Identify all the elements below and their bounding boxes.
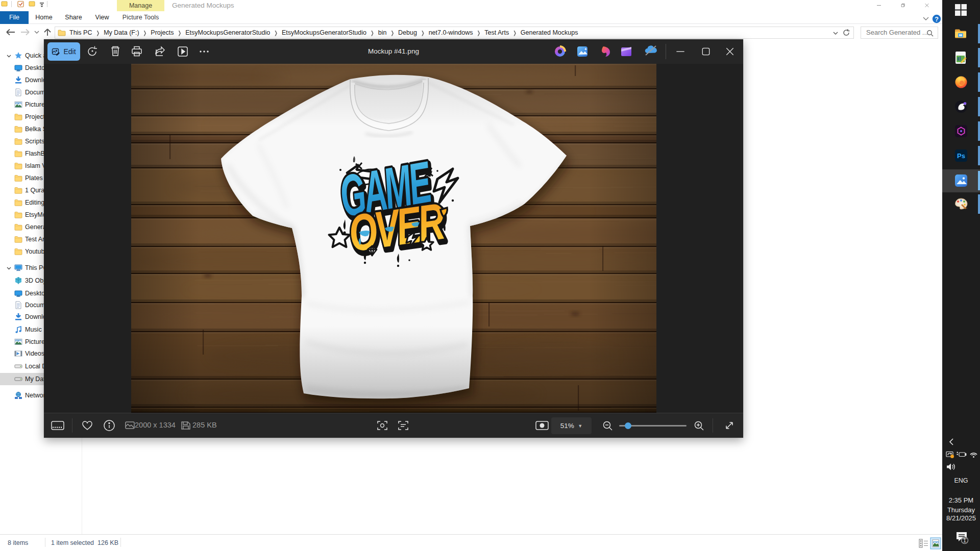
svg-text:Ps: Ps (957, 152, 965, 160)
svg-text:1: 1 (963, 537, 966, 543)
